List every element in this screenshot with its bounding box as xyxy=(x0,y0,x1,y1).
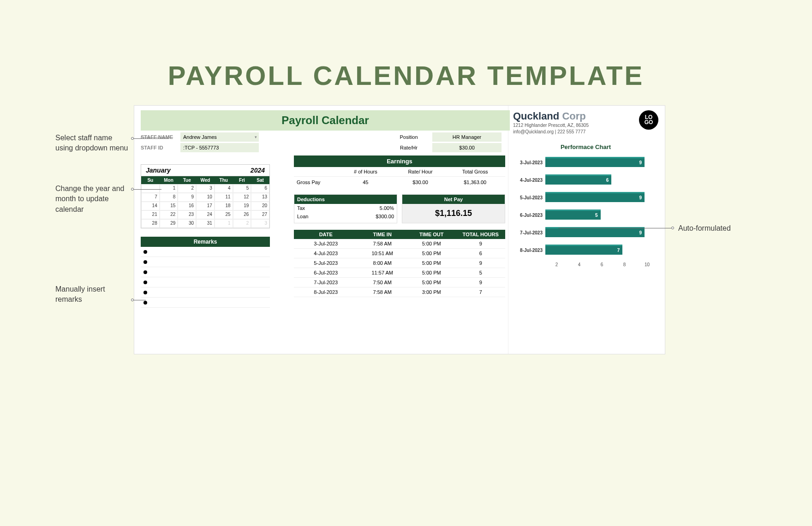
bullet-icon xyxy=(143,270,147,274)
callout-line xyxy=(134,300,146,300)
calendar-cell[interactable]: 26 xyxy=(233,210,251,219)
calendar-cell[interactable]: 23 xyxy=(178,210,196,219)
chart-x-axis: 246810 xyxy=(513,262,658,267)
callout-line xyxy=(134,189,161,190)
calendar-cell[interactable]: 25 xyxy=(215,210,233,219)
calendar-cell[interactable]: 5 xyxy=(233,184,251,193)
calendar-cell[interactable]: 10 xyxy=(196,193,215,202)
remark-row[interactable] xyxy=(141,277,270,287)
calendar-cell[interactable]: 1 xyxy=(215,219,233,228)
position-value: HR Manager xyxy=(432,132,502,142)
template-container: Payroll Calendar STAFF NAME Andrew James… xyxy=(134,105,665,354)
log-cell: 5:00 PM xyxy=(407,249,456,258)
earnings-col-total: Total Gross xyxy=(448,169,502,174)
dropdown-arrow-icon: ▾ xyxy=(255,135,257,139)
bullet-icon xyxy=(143,260,147,264)
log-cell: 9 xyxy=(456,278,505,287)
chart-bar-row: 3-Jul-20239 xyxy=(516,157,656,168)
remark-row[interactable] xyxy=(141,247,270,257)
calendar-day-header: Wed xyxy=(196,176,215,184)
calendar-cell[interactable]: 15 xyxy=(160,202,178,210)
remark-row[interactable] xyxy=(141,257,270,267)
chart-bar-label: 5-Jul-2023 xyxy=(516,195,545,200)
performance-chart: 3-Jul-202394-Jul-202365-Jul-202396-Jul-2… xyxy=(513,157,658,256)
chart-x-tick: 8 xyxy=(613,262,636,267)
calendar-cell[interactable]: 30 xyxy=(178,219,196,228)
remark-row[interactable] xyxy=(141,267,270,277)
performance-chart-title: Performace Chart xyxy=(513,143,658,150)
calendar-cell[interactable]: 8 xyxy=(160,193,178,202)
log-cell: 7:58 AM xyxy=(358,287,407,297)
gross-hours: 45 xyxy=(338,179,393,185)
chart-x-tick: 10 xyxy=(636,262,658,267)
calendar-cell[interactable]: 4 xyxy=(215,184,233,193)
calendar-cell[interactable]: 13 xyxy=(251,193,269,202)
chart-bar-label: 8-Jul-2023 xyxy=(516,248,545,253)
netpay-value: $1,116.15 xyxy=(402,204,505,223)
calendar-cell[interactable]: 16 xyxy=(178,202,196,210)
staff-name-dropdown[interactable]: Andrew James ▾ xyxy=(180,132,259,142)
calendar-cell[interactable]: 2 xyxy=(178,184,196,193)
calendar-cell[interactable]: 19 xyxy=(233,202,251,210)
callout-auto-formulated: Auto-formulated xyxy=(678,223,731,233)
calendar-cell[interactable]: 11 xyxy=(215,193,233,202)
staff-id-value: : TCP - 5557773 xyxy=(180,143,259,152)
netpay-title: Net Pay xyxy=(402,195,505,204)
calendar-cell[interactable]: 6 xyxy=(251,184,269,193)
calendar-day-header: Sat xyxy=(251,176,269,184)
remark-row[interactable] xyxy=(141,298,270,308)
chart-bar-row: 5-Jul-20239 xyxy=(516,192,656,203)
company-contact: info@Quickland.org | 222 555 7777 xyxy=(513,129,589,135)
log-cell: 3-Jul-2023 xyxy=(294,239,358,248)
calendar-cell[interactable]: 21 xyxy=(141,210,160,219)
calendar-cell[interactable]: 20 xyxy=(251,202,269,210)
staff-name-value: Andrew James xyxy=(183,134,217,140)
log-row: 4-Jul-202310:51 AM5:00 PM6 xyxy=(294,249,505,258)
calendar-cell[interactable]: 18 xyxy=(215,202,233,210)
gross-rate: $30.00 xyxy=(393,179,448,185)
calendar-cell[interactable]: 12 xyxy=(233,193,251,202)
log-cell: 5 xyxy=(456,268,505,277)
log-cell: 5:00 PM xyxy=(407,239,456,248)
log-row: 3-Jul-20237:58 AM5:00 PM9 xyxy=(294,239,505,249)
log-cell: 11:57 AM xyxy=(358,268,407,277)
calendar-cell[interactable]: 22 xyxy=(160,210,178,219)
loan-value: $300.00 xyxy=(376,214,394,219)
log-cell: 10:51 AM xyxy=(358,249,407,258)
calendar-cell[interactable] xyxy=(141,184,160,193)
log-cell: 7-Jul-2023 xyxy=(294,278,358,287)
log-cell: 7:58 AM xyxy=(358,239,407,248)
calendar-grid[interactable]: 1234567891011121314151617181920212223242… xyxy=(141,184,269,228)
log-col-out: TIME OUT xyxy=(407,230,456,239)
remark-row[interactable] xyxy=(141,287,270,298)
calendar-day-header: Mon xyxy=(160,176,178,184)
loan-label: Loan xyxy=(297,214,308,219)
calendar-cell[interactable]: 31 xyxy=(196,219,215,228)
position-label: Position xyxy=(388,132,430,142)
chart-x-tick: 2 xyxy=(545,262,568,267)
calendar-cell[interactable]: 17 xyxy=(196,202,215,210)
netpay-section: Net Pay $1,116.15 xyxy=(402,194,505,223)
log-row: 5-Jul-20238:00 AM5:00 PM9 xyxy=(294,258,505,268)
calendar-cell[interactable]: 29 xyxy=(160,219,178,228)
calendar-cell[interactable]: 24 xyxy=(196,210,215,219)
calendar-cell[interactable]: 1 xyxy=(160,184,178,193)
callout-line xyxy=(134,138,169,139)
chart-bar-row: 4-Jul-20236 xyxy=(516,174,656,185)
tax-label: Tax xyxy=(297,205,305,211)
calendar-cell[interactable]: 9 xyxy=(178,193,196,202)
calendar-cell[interactable]: 3 xyxy=(196,184,215,193)
chart-bar: 9 xyxy=(545,227,645,237)
calendar-cell[interactable]: 27 xyxy=(251,210,269,219)
tax-value: 5.00% xyxy=(380,205,394,211)
calendar-day-headers: SuMonTueWedThuFriSat xyxy=(141,176,269,184)
calendar-cell[interactable]: 7 xyxy=(141,193,160,202)
calendar-cell[interactable]: 3 xyxy=(251,219,269,228)
calendar-month[interactable]: January xyxy=(146,167,171,174)
calendar-cell[interactable]: 14 xyxy=(141,202,160,210)
gross-total: $1,363.00 xyxy=(448,179,502,185)
rate-label: Rate/Hr xyxy=(388,143,430,152)
calendar-cell[interactable]: 2 xyxy=(233,219,251,228)
calendar-year[interactable]: 2024 xyxy=(251,167,265,174)
calendar-cell[interactable]: 28 xyxy=(141,219,160,228)
